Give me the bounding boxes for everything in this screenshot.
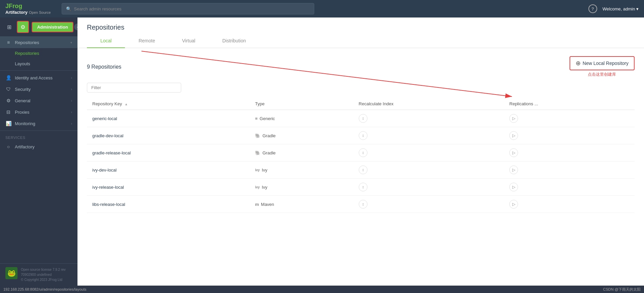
replications-cell: ▷: [504, 127, 635, 144]
repo-key-cell: ivy-dev-local: [87, 161, 250, 179]
sidebar-item-general[interactable]: ⚙ General ›: [0, 95, 77, 106]
tab-virtual[interactable]: Virtual: [169, 34, 209, 48]
page-title: Repositories: [77, 17, 644, 31]
replications-button[interactable]: ▷: [509, 166, 518, 174]
sidebar-sub-layouts[interactable]: Layouts: [0, 59, 77, 69]
jfrog-logo-icon: JFrog: [5, 3, 22, 10]
table-row[interactable]: generic-local≡Generic↕▷: [87, 110, 635, 127]
artifactory-service-icon: ○: [5, 144, 11, 149]
identity-icon: 👤: [5, 75, 11, 80]
main-layout: ⊞ ⚙ Administration ‹ ≡ Repositories ▾ Re…: [0, 17, 644, 286]
recalculate-cell: ↕: [353, 161, 504, 179]
replications-button[interactable]: ▷: [509, 114, 518, 123]
recalculate-cell: ↕: [353, 110, 504, 127]
tab-remote[interactable]: Remote: [125, 34, 168, 48]
table-body: generic-local≡Generic↕▷gradle-dev-local🐘…: [87, 110, 635, 213]
replications-button[interactable]: ▷: [509, 131, 518, 140]
monitoring-chevron: ›: [71, 122, 72, 125]
repo-key-cell: libs-release-local: [87, 196, 250, 213]
recalculate-button[interactable]: ↕: [359, 183, 367, 191]
table-row[interactable]: gradle-dev-local🐘Gradle↕▷: [87, 127, 635, 144]
replications-button[interactable]: ▷: [509, 200, 518, 209]
filter-container: [87, 83, 635, 93]
type-icon: ≡: [255, 116, 258, 121]
table-header-row: Repository Key ▲ Type Recalculate Index …: [87, 98, 635, 110]
type-icon: ivy: [255, 168, 260, 172]
replications-cell: ▷: [504, 144, 635, 161]
type-label: Ivy: [262, 168, 267, 173]
sidebar-item-repositories[interactable]: ≡ Repositories ▾: [0, 37, 77, 48]
type-icon: 🐘: [255, 133, 260, 138]
repo-type-cell: 🐘Gradle: [250, 144, 353, 161]
table-row[interactable]: ivy-release-localivyIvy↕▷: [87, 179, 635, 196]
top-header: JFrog Artifactory Open Source 🔍 ? Welcom…: [0, 0, 644, 17]
tab-local[interactable]: Local: [87, 34, 125, 48]
welcome-menu[interactable]: Welcome, admin ▾: [603, 6, 639, 11]
security-icon: 🛡: [5, 86, 11, 92]
click-hint-label: 点击这里创建库: [588, 72, 616, 77]
new-repo-label: New Local Repository: [583, 61, 629, 66]
recalculate-cell: ↕: [353, 179, 504, 196]
repositories-icon: ≡: [5, 40, 11, 45]
proxies-chevron: ›: [71, 110, 72, 114]
repo-type-cell: ≡Generic: [250, 110, 353, 127]
col-header-key: Repository Key ▲: [87, 98, 250, 110]
footer-copyright: © Copyright 2023 JFrog Ltd: [21, 277, 66, 282]
sidebar-divider-1: [0, 70, 77, 71]
recalculate-button[interactable]: ↕: [359, 114, 367, 123]
sidebar-item-artifactory[interactable]: ○ Artifactory: [0, 141, 77, 152]
sidebar-identity-label: Identity and Access: [15, 75, 68, 80]
tab-distribution[interactable]: Distribution: [209, 34, 259, 48]
frog-footer-icon: 🐸: [5, 267, 18, 279]
recalculate-cell: ↕: [353, 196, 504, 213]
repo-type-cell: mMaven: [250, 196, 353, 213]
table-row[interactable]: gradle-release-local🐘Gradle↕▷: [87, 144, 635, 161]
apps-icon[interactable]: ⊞: [4, 22, 14, 32]
recalculate-button[interactable]: ↕: [359, 200, 367, 209]
sidebar-sub-layouts-label: Layouts: [15, 61, 30, 66]
sidebar-sub-repositories[interactable]: Repositories: [0, 48, 77, 59]
sidebar-item-monitoring[interactable]: 📊 Monitoring ›: [0, 118, 77, 129]
recalculate-button[interactable]: ↕: [359, 166, 367, 174]
table-row[interactable]: ivy-dev-localivyIvy↕▷: [87, 161, 635, 179]
content-body: 9 Repositories ⊕ New Local Repository 点击…: [77, 48, 644, 221]
proxies-icon: ⊟: [5, 109, 11, 115]
replications-button[interactable]: ▷: [509, 148, 518, 157]
security-chevron: ›: [71, 87, 72, 91]
repo-count-header: 9 Repositories ⊕ New Local Repository 点击…: [87, 56, 635, 77]
sidebar-general-label: General: [15, 98, 68, 103]
sidebar-collapse-button[interactable]: ‹: [74, 24, 77, 30]
admin-icon-button[interactable]: ⚙: [17, 21, 29, 33]
type-icon: ivy: [255, 185, 260, 189]
search-input[interactable]: [74, 6, 310, 11]
table-row[interactable]: libs-release-localmMaven↕▷: [87, 196, 635, 213]
tabs-bar: Local Remote Virtual Distribution: [77, 34, 644, 48]
url-bar: 192.168.225.68:8082/ui/admin/repositorie…: [3, 287, 86, 291]
recalculate-button[interactable]: ↕: [359, 131, 367, 140]
help-button[interactable]: ?: [588, 4, 597, 13]
repo-type-cell: 🐘Gradle: [250, 127, 353, 144]
general-chevron: ›: [71, 99, 72, 103]
new-local-repo-button[interactable]: ⊕ New Local Repository: [570, 56, 635, 70]
filter-input[interactable]: [87, 83, 181, 93]
type-label: Ivy: [262, 185, 267, 190]
sidebar-item-proxies[interactable]: ⊟ Proxies ›: [0, 106, 77, 118]
repo-type-cell: ivyIvy: [250, 161, 353, 179]
search-bar[interactable]: 🔍: [62, 3, 314, 14]
col-header-replications: Replications ...: [504, 98, 635, 110]
replications-button[interactable]: ▷: [509, 183, 518, 191]
sort-arrow-key: ▲: [125, 102, 128, 106]
footer-rev: 70902900 undefined: [21, 272, 66, 277]
content-area: Repositories Local Remote Virtual Distri…: [77, 17, 644, 286]
footer-text: Open source license 7.9.2 rev 70902900 u…: [21, 267, 66, 282]
sidebar-sub-repositories-label: Repositories: [15, 51, 39, 56]
repo-count-label: 9 Repositories: [87, 64, 121, 70]
recalculate-button[interactable]: ↕: [359, 148, 367, 157]
table-header: Repository Key ▲ Type Recalculate Index …: [87, 98, 635, 110]
sidebar-monitoring-label: Monitoring: [15, 121, 68, 126]
sidebar-item-identity[interactable]: 👤 Identity and Access ›: [0, 72, 77, 83]
sidebar-item-security[interactable]: 🛡 Security ›: [0, 83, 77, 95]
administration-button[interactable]: Administration: [32, 22, 73, 32]
repo-key-cell: generic-local: [87, 110, 250, 127]
footer-license: Open source license 7.9.2 rev: [21, 267, 66, 272]
